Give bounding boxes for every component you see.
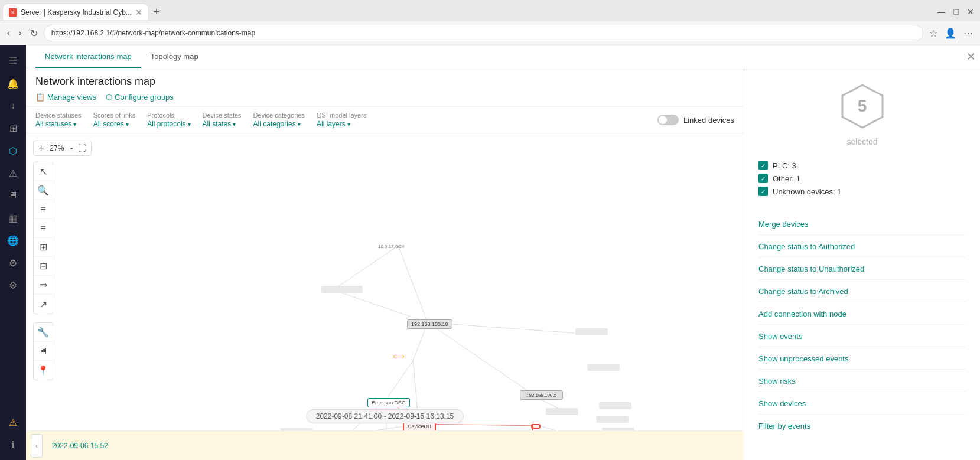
tab-favicon: K [9,8,17,17]
selection-item-plc-label: PLC: 3 [773,161,796,170]
filter-device-categories-dropdown[interactable]: All categories ▾ [253,120,305,128]
node-13[interactable] [599,402,631,409]
filter-osi-layers-label: OSI model layers [317,112,366,119]
sidebar-icon-monitor[interactable]: 🖥 [2,185,24,206]
filter-device-statuses-dropdown[interactable]: All statuses ▾ [35,120,82,128]
chevron-down-icon-6: ▾ [347,121,350,128]
tool-cursor-btn[interactable]: ↖ [34,162,53,181]
checkbox-other[interactable]: ✓ [758,174,768,183]
sidebar-icon-grid[interactable]: ⊞ [2,118,24,139]
filter-device-categories: Device categories All categories ▾ [253,112,305,128]
sidebar-icon-settings[interactable]: ⚙ [2,275,24,296]
filter-device-states-dropdown[interactable]: All states ▾ [203,120,242,128]
node-10[interactable] [546,408,578,415]
node-9[interactable]: Emerson DSC [367,398,410,407]
maximize-btn[interactable]: □ [950,6,962,18]
sidebar-icon-shield[interactable]: ⚙ [2,252,24,273]
right-actions: Merge devices Change status to Authorize… [744,204,980,446]
change-authorized-btn[interactable]: Change status to Authorized [758,236,966,257]
change-archived-btn[interactable]: Change status to Archived [758,281,966,302]
tab-close-btn[interactable]: ✕ [135,8,142,17]
configure-groups-btn[interactable]: ⬡ Configure groups [106,93,174,102]
profile-btn[interactable]: 👤 [942,27,959,40]
add-connection-btn[interactable]: Add connection with node [758,304,966,325]
selected-badge: 5 selected [744,68,980,156]
linked-devices-toggle-row: Linked devices [657,115,734,125]
sidebar-icon-chart[interactable]: ▦ [2,207,24,229]
close-panel-btn[interactable]: ✕ [962,45,980,68]
tool-arrow-btn[interactable]: ⇒ [34,276,53,295]
checkbox-unknown[interactable]: ✓ [758,187,768,196]
hexagon-badge: 5 [839,83,886,130]
bookmark-btn[interactable]: ☆ [927,27,940,40]
more-btn[interactable]: ⋯ [961,27,975,40]
close-btn[interactable]: ✕ [963,6,978,18]
node-3[interactable]: 192.168.100.10 [407,319,452,329]
show-events-btn[interactable]: Show events [758,326,966,347]
filter-osi-layers-dropdown[interactable]: All layers ▾ [317,120,366,128]
show-devices-btn[interactable]: Show devices [758,393,966,415]
address-bar[interactable] [44,25,923,41]
tool-list1-btn[interactable]: ≡ [34,200,53,219]
new-tab-btn[interactable]: + [149,4,165,21]
sidebar-icon-menu[interactable]: ☰ [2,50,24,71]
map-canvas [26,133,744,430]
filter-events-btn[interactable]: Filter by events [758,416,966,436]
sidebar-icon-download[interactable]: ↓ [2,95,24,116]
node-8[interactable]: 192.168.100.5 [520,390,563,400]
tool-link-btn[interactable]: ↗ [34,295,53,314]
timeline-collapse-btn[interactable]: ‹ [31,434,43,458]
filter-device-categories-value: All categories [253,120,296,128]
sidebar-icon-globe[interactable]: 🌐 [2,230,24,251]
tool-wrench-btn[interactable]: 🔧 [34,323,53,342]
tab-network-interactions[interactable]: Network interactions map [35,46,141,68]
change-unauthorized-btn[interactable]: Change status to Unauthorized [758,259,966,280]
node-4[interactable] [321,286,363,293]
manage-views-btn[interactable]: 📋 Manage views [35,93,96,102]
tool-grid2-btn[interactable]: ⊟ [34,257,53,276]
sidebar: ☰ 🔔 ↓ ⊞ ⬡ ⚠ 🖥 ▦ 🌐 ⚙ ⚙ ⚠ ℹ [0,45,26,460]
back-btn[interactable]: ‹ [5,27,12,40]
tool-search-btn[interactable]: 🔍 [34,181,53,200]
checkbox-plc[interactable]: ✓ [758,161,768,170]
reload-btn[interactable]: ↻ [28,27,40,40]
sidebar-icon-network[interactable]: ⬡ [2,140,24,161]
selection-item-unknown-label: Unknown devices: 1 [773,187,841,196]
browser-tab[interactable]: K Server | Kaspersky Industrial Cyb... ✕ [2,4,149,20]
date-range-label: 2022-09-08 21:41:00 - 2022-09-15 16:13:1… [316,412,454,420]
map-viewport[interactable]: + 27% - ⛶ ↖ 🔍 ≡ ≡ ⊞ ⊟ [26,133,744,430]
tab-topology[interactable]: Topology map [141,46,208,68]
show-unprocessed-btn[interactable]: Show unprocessed events [758,348,966,370]
show-risks-btn[interactable]: Show risks [758,371,966,392]
page-title: Network interactions map [35,76,734,88]
node-6[interactable] [393,355,404,358]
timeline-link[interactable]: 2022-09-06 15:52 [52,442,108,450]
node-1[interactable]: 10.0.17.0/24 [375,243,408,250]
linked-devices-toggle[interactable] [657,115,679,125]
chevron-down-icon-2: ▾ [126,121,129,128]
filter-device-states-value: All states [203,120,232,128]
sidebar-icon-info[interactable]: ℹ [2,434,24,455]
sidebar-icon-warning[interactable]: ⚠ [2,162,24,184]
sidebar-icon-alert-bottom[interactable]: ⚠ [2,412,24,433]
filter-scores-dropdown[interactable]: All scores ▾ [93,120,136,128]
minimize-btn[interactable]: — [934,6,949,18]
selection-details: ✓ PLC: 3 ✓ Other: 1 ✓ Unknown devices: 1 [744,156,980,204]
svg-line-15 [540,426,564,430]
svg-line-8 [419,424,540,426]
forward-btn[interactable]: › [16,27,24,40]
zoom-in-btn[interactable]: + [38,143,44,153]
zoom-expand-btn[interactable]: ⛶ [78,143,86,153]
tool-grid-btn[interactable]: ⊞ [34,238,53,257]
tool-monitor-btn[interactable]: 🖥 [34,342,53,361]
node-5[interactable] [575,328,608,335]
merge-devices-btn[interactable]: Merge devices [758,214,966,235]
filter-protocols-dropdown[interactable]: All protocols ▾ [147,120,190,128]
sidebar-icon-alerts[interactable]: 🔔 [2,73,24,94]
tool-pin-btn[interactable]: 📍 [34,361,53,380]
node-7[interactable] [587,364,620,371]
node-3-label: 192.168.100.10 [411,321,448,327]
node-14[interactable] [596,416,629,423]
tool-list2-btn[interactable]: ≡ [34,219,53,238]
zoom-out-btn[interactable]: - [70,143,73,153]
